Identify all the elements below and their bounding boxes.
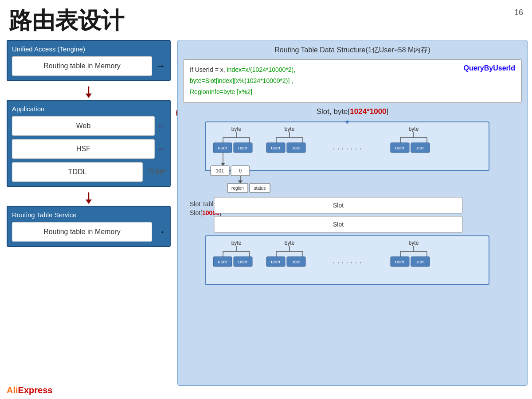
write-protect-label: 写保护 bbox=[148, 168, 165, 176]
svg-text:user: user bbox=[415, 259, 425, 264]
svg-text:byte: byte bbox=[409, 240, 419, 246]
svg-text:byte: byte bbox=[231, 126, 242, 132]
svg-text:user: user bbox=[291, 145, 301, 150]
express-text: Express bbox=[18, 385, 53, 395]
svg-text:byte: byte bbox=[409, 126, 419, 132]
page-title: 路由表设计 bbox=[9, 5, 124, 36]
routing-service-title: Routing Table Service bbox=[12, 211, 165, 219]
right-panel: Routing Table Data Structure(1亿User=58 M… bbox=[177, 40, 528, 386]
right-title: Routing Table Data Structure(1亿User=58 M… bbox=[183, 46, 522, 55]
arrow-right-2: → bbox=[156, 226, 165, 238]
down-arrow-1 bbox=[82, 86, 95, 99]
svg-text:user: user bbox=[271, 259, 281, 264]
routing-service-box: Routing Table Service Routing table in M… bbox=[7, 206, 171, 247]
application-title: Application bbox=[12, 105, 165, 113]
svg-text:status: status bbox=[254, 186, 266, 191]
formula-line3: RegionInfo=byte [x%2] bbox=[190, 86, 515, 98]
svg-marker-1 bbox=[86, 94, 92, 98]
svg-text:0: 0 bbox=[239, 168, 242, 173]
arrow-right-1: → bbox=[156, 60, 165, 72]
hsf-box: HSF bbox=[12, 139, 155, 159]
down-arrow-2 bbox=[82, 192, 95, 205]
svg-text:user: user bbox=[415, 145, 425, 150]
ali-text: Ali bbox=[7, 385, 18, 395]
diagram-svg: byte user user byte user user . . . . . … bbox=[183, 120, 522, 399]
svg-text:101: 101 bbox=[216, 168, 224, 173]
svg-text:region: region bbox=[231, 186, 244, 191]
svg-text:user: user bbox=[271, 145, 281, 150]
svg-text:byte: byte bbox=[285, 126, 295, 132]
svg-text:user: user bbox=[238, 145, 248, 150]
tengine-routing-memory: Routing table in Memory bbox=[12, 56, 152, 76]
svg-marker-3 bbox=[86, 200, 92, 204]
tddl-box: TDDL bbox=[12, 162, 143, 182]
aliexpress-logo: AliExpress bbox=[7, 385, 52, 395]
svg-text:byte: byte bbox=[231, 240, 242, 246]
svg-text:user: user bbox=[291, 259, 301, 264]
page-number: 16 bbox=[514, 8, 523, 17]
formula-box: If UserId = x, index=x/(1024*10000*2), b… bbox=[183, 59, 522, 103]
svg-text:user: user bbox=[238, 259, 248, 264]
svg-text:. . . . . . .: . . . . . . . bbox=[332, 256, 361, 265]
svg-text:byte: byte bbox=[285, 240, 295, 246]
query-by-userid: QueryByUserId bbox=[464, 64, 516, 72]
service-routing-memory: Routing table in Memory bbox=[12, 222, 152, 242]
tengine-box: Unified Access (Tengine) Routing table i… bbox=[7, 40, 171, 81]
svg-text:user: user bbox=[395, 145, 405, 150]
diagram-area: byte user user byte user user . . . . . … bbox=[183, 120, 522, 399]
application-box: Application Web ← HSF ← TDDL 写保护 路由信息透传 bbox=[7, 100, 171, 187]
svg-text:Slot: Slot bbox=[333, 221, 344, 228]
svg-text:user: user bbox=[218, 259, 227, 264]
arrow-left-web: ← bbox=[157, 121, 165, 131]
web-box: Web bbox=[12, 116, 155, 136]
arrow-left-hsf: ← bbox=[157, 145, 165, 154]
svg-text:Slot: Slot bbox=[333, 202, 344, 209]
svg-text:user: user bbox=[218, 145, 227, 150]
svg-text:user: user bbox=[395, 259, 405, 264]
tengine-title: Unified Access (Tengine) bbox=[12, 45, 165, 53]
svg-text:. . . . . . .: . . . . . . . bbox=[332, 142, 361, 151]
formula-line2: byte=Slot[index][x%(1024*10000*2)] , bbox=[190, 75, 515, 86]
left-panel: Unified Access (Tengine) Routing table i… bbox=[7, 40, 171, 386]
slot-array-label: Slot, byte[1024*1000] bbox=[183, 107, 522, 116]
svg-marker-42 bbox=[238, 180, 243, 184]
